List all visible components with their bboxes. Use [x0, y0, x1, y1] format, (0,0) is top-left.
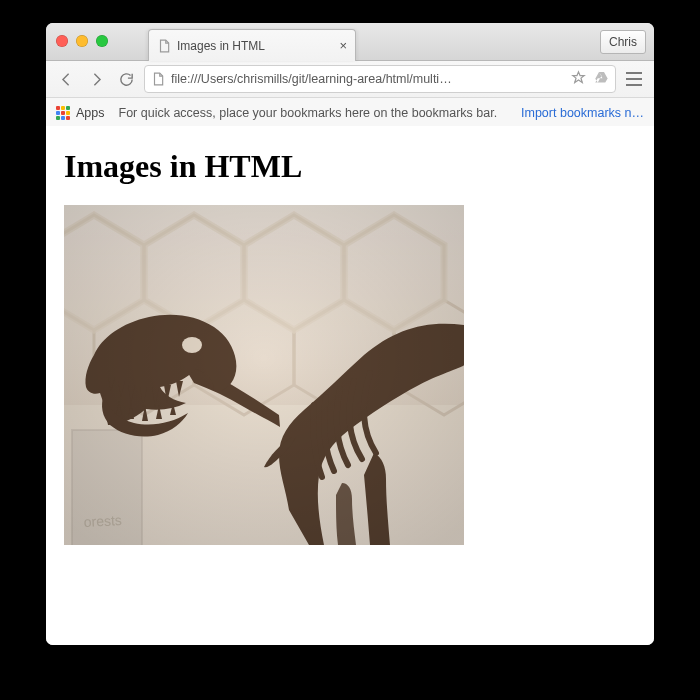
maximize-window-button[interactable]	[96, 35, 108, 47]
bookmarks-hint: For quick access, place your bookmarks h…	[119, 106, 512, 120]
back-button[interactable]	[54, 67, 78, 91]
drive-icon[interactable]	[594, 70, 609, 88]
browser-window: Images in HTML × Chris file:///U	[46, 23, 654, 645]
svg-rect-7	[64, 205, 464, 545]
close-window-button[interactable]	[56, 35, 68, 47]
profile-button[interactable]: Chris	[600, 30, 646, 54]
address-bar-url: file:///Users/chrismills/git/learning-ar…	[171, 72, 565, 86]
titlebar: Images in HTML × Chris	[46, 23, 654, 61]
page-content: Images in HTML	[46, 126, 654, 563]
window-controls	[56, 35, 108, 47]
apps-grid-icon	[56, 106, 70, 120]
forward-button[interactable]	[84, 67, 108, 91]
apps-shortcut[interactable]: Apps	[56, 106, 105, 120]
file-icon	[151, 72, 165, 86]
star-icon[interactable]	[571, 70, 586, 88]
toolbar: file:///Users/chrismills/git/learning-ar…	[46, 61, 654, 98]
bookmarks-bar: Apps For quick access, place your bookma…	[46, 98, 654, 129]
apps-label: Apps	[76, 106, 105, 120]
page-title: Images in HTML	[64, 148, 636, 185]
tab-title: Images in HTML	[177, 39, 333, 53]
reload-button[interactable]	[114, 67, 138, 91]
profile-name: Chris	[609, 35, 637, 49]
browser-tab[interactable]: Images in HTML ×	[148, 29, 356, 61]
close-tab-icon[interactable]: ×	[339, 39, 347, 52]
minimize-window-button[interactable]	[76, 35, 88, 47]
content-image: orests	[64, 205, 464, 545]
file-icon	[157, 39, 171, 53]
import-bookmarks-link[interactable]: Import bookmarks n…	[521, 106, 644, 120]
address-bar[interactable]: file:///Users/chrismills/git/learning-ar…	[144, 65, 616, 93]
menu-button[interactable]	[622, 67, 646, 91]
page-viewport: Images in HTML	[46, 126, 654, 645]
